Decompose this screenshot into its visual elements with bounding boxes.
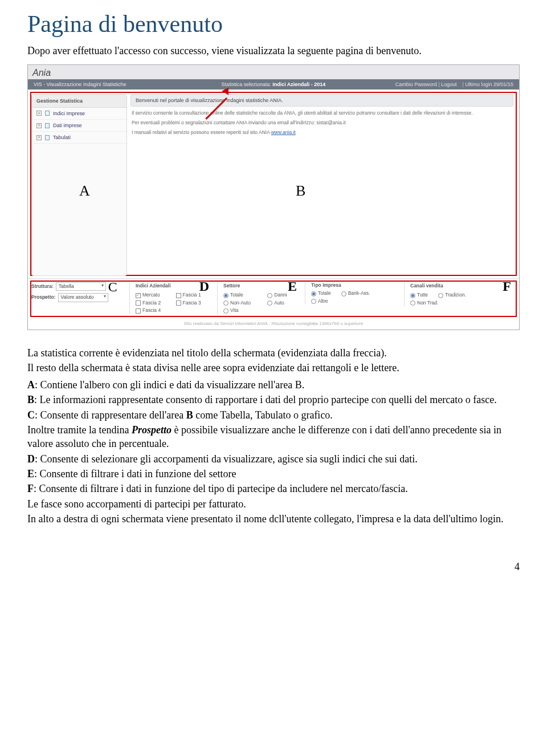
last-login: Ultimo login 29/01/15 bbox=[461, 82, 513, 87]
label-prospetto: Prospetto: bbox=[31, 294, 56, 300]
radio-icon[interactable] bbox=[410, 300, 415, 306]
radio-icon[interactable] bbox=[410, 293, 415, 298]
app-subtitle: VIS - Visualizzazione Indagini Statistic… bbox=[34, 81, 126, 88]
radio-icon[interactable] bbox=[311, 291, 316, 296]
radio-icon[interactable] bbox=[311, 299, 316, 304]
intro-text: Dopo aver effettuato l'accesso con succe… bbox=[27, 44, 520, 58]
def-E: E: Consente di filtrare i dati in funzio… bbox=[27, 467, 520, 481]
def-A: A: Contiene l'albero con gli indici e da… bbox=[27, 378, 520, 392]
radio-icon[interactable] bbox=[223, 300, 228, 306]
checkbox-icon[interactable] bbox=[176, 293, 181, 298]
callout-A: A bbox=[79, 181, 90, 201]
welcome-p1: Il servizio consente la consultazione on… bbox=[132, 110, 512, 116]
def-D: D: Consente di selezionare gli accorpame… bbox=[27, 452, 520, 466]
callout-B: B bbox=[296, 181, 305, 201]
label-struttura: Struttura: bbox=[31, 283, 54, 290]
group-settore: SettoreE Totale Danni Non-Auto Auto Vita bbox=[217, 282, 303, 314]
stat-prefix: Statistica selezionata: bbox=[222, 82, 273, 87]
radio-icon[interactable] bbox=[341, 291, 346, 296]
dropdown-struttura[interactable]: Tabella bbox=[56, 282, 106, 291]
def-C-sub: Inoltre tramite la tendina Prospetto è p… bbox=[27, 423, 520, 451]
sidebar-item-label: Tabulati bbox=[53, 134, 71, 141]
radio-icon[interactable] bbox=[223, 308, 228, 314]
expand-icon[interactable]: + bbox=[36, 111, 42, 116]
closing-paragraph: In alto a destra di ogni schermata viene… bbox=[27, 512, 520, 526]
radio-icon[interactable] bbox=[267, 300, 272, 306]
doc-icon bbox=[45, 135, 50, 140]
callout-F: F bbox=[503, 282, 511, 290]
screenshot-footnote: Sito realizzato da Servizi Informatici A… bbox=[28, 319, 519, 330]
group-title-tipo: Tipo Impresa bbox=[311, 282, 341, 288]
checkbox-icon[interactable] bbox=[136, 308, 141, 314]
link-change-password[interactable]: Cambio Password bbox=[395, 82, 437, 87]
radio-icon[interactable] bbox=[438, 293, 443, 298]
def-C: C: Consente di rappresentare dell'area B… bbox=[27, 408, 520, 422]
group-canali: Canali venditaF Tutte Tradizion. Non Tra… bbox=[404, 282, 517, 306]
checkbox-icon[interactable] bbox=[176, 300, 181, 306]
app-brand: Ania bbox=[28, 65, 519, 79]
callout-E: E bbox=[288, 282, 297, 290]
expand-icon[interactable]: + bbox=[36, 135, 42, 140]
callout-C: C bbox=[108, 283, 117, 291]
radio-icon[interactable] bbox=[223, 293, 228, 298]
group-tipo: Tipo Impresa Totale Bank-Ass. Altre bbox=[305, 282, 402, 304]
body-p2: Il resto della schermata è stata divisa … bbox=[27, 361, 520, 375]
def-F-sub: Le fasce sono accorpamenti di partecipi … bbox=[27, 497, 520, 511]
group-title-indici: Indici Aziendali bbox=[136, 283, 171, 289]
sidebar-item-label: Indici Imprese bbox=[53, 110, 85, 117]
group-indici: Indici AziendaliD Mercato Fascia 1 Fasci… bbox=[129, 282, 215, 314]
radio-icon[interactable] bbox=[267, 293, 272, 298]
def-F: F: Consente di filtrare i dati in funzio… bbox=[27, 482, 520, 495]
doc-icon bbox=[45, 123, 50, 128]
welcome-p2: Per eventuali problemi o segnalazioni co… bbox=[132, 120, 512, 126]
sidebar-title: Gestione Statistica bbox=[32, 95, 126, 108]
sidebar-item[interactable]: + Tabulati bbox=[32, 132, 126, 144]
screenshot-panel: Ania VIS - Visualizzazione Indagini Stat… bbox=[27, 64, 520, 330]
sidebar-item[interactable]: + Dati imprese bbox=[32, 120, 126, 132]
sidebar-item[interactable]: + Indici Imprese bbox=[32, 108, 126, 120]
main-area: Benvenuti nel portale di visualizzazione… bbox=[130, 94, 516, 276]
page-number: 4 bbox=[27, 560, 520, 574]
body-p1: La statistica corrente è evidenziata nel… bbox=[27, 346, 520, 360]
callout-D: D bbox=[199, 282, 209, 290]
def-B: B: Le informazioni rappresentate consent… bbox=[27, 393, 520, 407]
doc-icon bbox=[45, 111, 50, 116]
group-title-canali: Canali vendita bbox=[410, 283, 443, 289]
link-ania[interactable]: www.ania.it bbox=[271, 129, 296, 135]
checkbox-icon[interactable] bbox=[136, 300, 141, 306]
expand-icon[interactable]: + bbox=[36, 123, 42, 128]
checkbox-icon[interactable] bbox=[136, 293, 141, 298]
welcome-p3: I manuali relativi al servizio possono e… bbox=[132, 129, 512, 136]
explanation-block: La statistica corrente è evidenziata nel… bbox=[27, 346, 520, 526]
app-statusbar: VIS - Visualizzazione Indagini Statistic… bbox=[28, 79, 519, 90]
page-title: Pagina di benvenuto bbox=[27, 8, 520, 40]
group-title-settore: Settore bbox=[223, 283, 240, 289]
sidebar-item-label: Dati imprese bbox=[53, 122, 82, 129]
welcome-title: Benvenuti nel portale di visualizzazione… bbox=[130, 94, 513, 107]
link-logout[interactable]: Logout bbox=[437, 82, 457, 87]
dropdown-prospetto[interactable]: Valore assoluto bbox=[58, 293, 108, 302]
stat-selected: Indici Aziendali - 2014 bbox=[272, 82, 325, 87]
